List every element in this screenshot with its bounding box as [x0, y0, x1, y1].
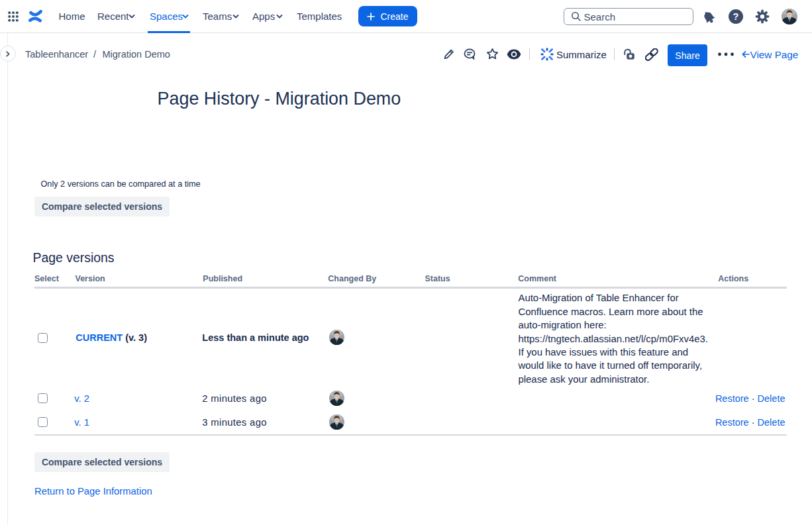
- svg-text:?: ?: [733, 11, 739, 22]
